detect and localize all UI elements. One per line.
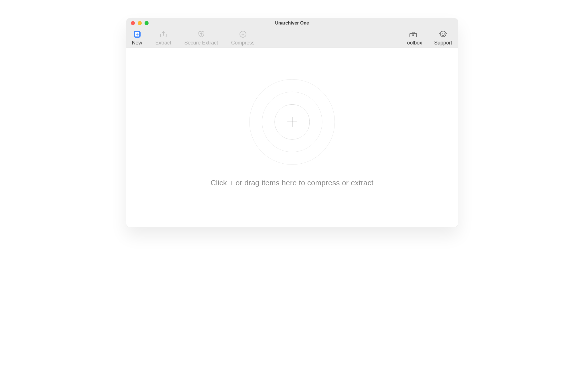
compress-button[interactable]: Compress: [230, 30, 256, 45]
close-window-button[interactable]: [131, 21, 135, 25]
svg-point-12: [440, 31, 446, 37]
window-controls: [126, 21, 149, 25]
minimize-window-button[interactable]: [138, 21, 142, 25]
toolbox-icon: [408, 30, 418, 38]
support-button[interactable]: Support: [432, 30, 454, 45]
window-title: Unarchiver One: [126, 21, 458, 26]
extract-icon: [159, 30, 168, 38]
secure-extract-button-label: Secure Extract: [184, 40, 218, 45]
shield-icon: [196, 30, 206, 38]
drop-zone[interactable]: Click + or drag items here to compress o…: [210, 79, 373, 187]
svg-point-13: [442, 33, 443, 34]
toolbar-left-group: New Extract: [130, 30, 256, 45]
secure-extract-button[interactable]: Secure Extract: [183, 30, 220, 45]
content-area: Click + or drag items here to compress o…: [126, 52, 458, 227]
svg-rect-11: [412, 34, 414, 36]
zoom-window-button[interactable]: [145, 21, 149, 25]
drop-zone-rings: [249, 79, 335, 165]
toolbar-right-group: Toolbox Support: [403, 30, 454, 45]
plus-icon: [285, 115, 299, 129]
compress-button-label: Compress: [231, 40, 255, 45]
titlebar: Unarchiver One: [126, 18, 458, 28]
new-file-icon: [132, 30, 142, 38]
new-button-label: New: [132, 40, 142, 45]
extract-button[interactable]: Extract: [154, 30, 173, 45]
toolbar: New Extract: [126, 28, 458, 48]
extract-button-label: Extract: [155, 40, 171, 45]
toolbox-button-label: Toolbox: [404, 40, 422, 45]
support-icon: [438, 30, 448, 38]
drop-zone-hint: Click + or drag items here to compress o…: [210, 178, 373, 187]
svg-point-14: [444, 33, 445, 34]
new-button[interactable]: New: [130, 30, 144, 45]
compress-icon: [238, 30, 248, 38]
app-window: Unarchiver One New: [126, 18, 458, 227]
toolbox-button[interactable]: Toolbox: [403, 30, 424, 45]
support-button-label: Support: [434, 40, 452, 45]
